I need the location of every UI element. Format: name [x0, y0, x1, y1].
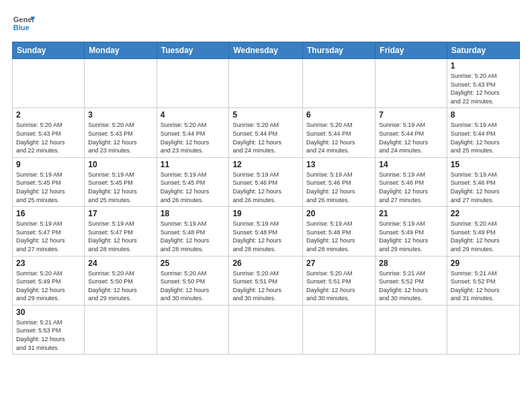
- day-number: 15: [451, 160, 516, 169]
- calendar-cell: [85, 305, 157, 354]
- calendar-cell: 29Sunrise: 5:21 AM Sunset: 5:52 PM Dayli…: [447, 256, 519, 305]
- day-info: Sunrise: 5:21 AM Sunset: 5:52 PM Dayligh…: [451, 269, 516, 303]
- svg-text:Blue: Blue: [13, 24, 30, 32]
- day-info: Sunrise: 5:19 AM Sunset: 5:45 PM Dayligh…: [161, 171, 226, 204]
- calendar-cell: 6Sunrise: 5:20 AM Sunset: 5:44 PM Daylig…: [303, 108, 375, 157]
- calendar-cell: 16Sunrise: 5:19 AM Sunset: 5:47 PM Dayli…: [13, 207, 85, 256]
- calendar-cell: 10Sunrise: 5:19 AM Sunset: 5:45 PM Dayli…: [85, 157, 157, 206]
- day-number: 21: [379, 209, 443, 218]
- calendar-week-2: 2Sunrise: 5:20 AM Sunset: 5:43 PM Daylig…: [13, 108, 520, 157]
- day-info: Sunrise: 5:19 AM Sunset: 5:47 PM Dayligh…: [16, 220, 81, 253]
- day-info: Sunrise: 5:20 AM Sunset: 5:43 PM Dayligh…: [451, 72, 516, 105]
- day-number: 22: [451, 209, 516, 218]
- day-number: 14: [379, 160, 443, 169]
- day-info: Sunrise: 5:19 AM Sunset: 5:49 PM Dayligh…: [379, 220, 443, 253]
- weekday-header-sunday: Sunday: [13, 42, 85, 59]
- day-info: Sunrise: 5:19 AM Sunset: 5:45 PM Dayligh…: [16, 171, 81, 204]
- day-number: 26: [232, 259, 299, 268]
- weekday-header-monday: Monday: [85, 42, 157, 59]
- day-number: 30: [16, 308, 81, 317]
- calendar-cell: 28Sunrise: 5:21 AM Sunset: 5:52 PM Dayli…: [375, 256, 447, 305]
- day-info: Sunrise: 5:19 AM Sunset: 5:46 PM Dayligh…: [379, 171, 443, 204]
- calendar-cell: 11Sunrise: 5:19 AM Sunset: 5:45 PM Dayli…: [157, 157, 229, 206]
- calendar-cell: 25Sunrise: 5:20 AM Sunset: 5:50 PM Dayli…: [157, 256, 229, 305]
- calendar-week-1: 1Sunrise: 5:20 AM Sunset: 5:43 PM Daylig…: [13, 59, 520, 108]
- day-number: 16: [16, 209, 81, 218]
- calendar-cell: 19Sunrise: 5:19 AM Sunset: 5:48 PM Dayli…: [229, 207, 303, 256]
- day-info: Sunrise: 5:21 AM Sunset: 5:53 PM Dayligh…: [16, 318, 81, 352]
- calendar-cell: 24Sunrise: 5:20 AM Sunset: 5:50 PM Dayli…: [85, 256, 157, 305]
- calendar-cell: 7Sunrise: 5:19 AM Sunset: 5:44 PM Daylig…: [375, 108, 447, 157]
- calendar-week-4: 16Sunrise: 5:19 AM Sunset: 5:47 PM Dayli…: [13, 207, 520, 256]
- day-info: Sunrise: 5:20 AM Sunset: 5:44 PM Dayligh…: [161, 121, 226, 154]
- calendar-cell: 9Sunrise: 5:19 AM Sunset: 5:45 PM Daylig…: [13, 157, 85, 206]
- calendar-week-3: 9Sunrise: 5:19 AM Sunset: 5:45 PM Daylig…: [13, 157, 520, 206]
- calendar-cell: [157, 305, 229, 354]
- day-info: Sunrise: 5:20 AM Sunset: 5:51 PM Dayligh…: [232, 269, 299, 303]
- calendar-cell: 1Sunrise: 5:20 AM Sunset: 5:43 PM Daylig…: [447, 59, 519, 108]
- page: General Blue SundayMondayTuesdayWednesda…: [0, 0, 532, 411]
- calendar-cell: [375, 59, 447, 108]
- day-number: 8: [451, 110, 516, 120]
- weekday-header-saturday: Saturday: [447, 42, 519, 59]
- day-number: 29: [451, 259, 516, 268]
- day-info: Sunrise: 5:19 AM Sunset: 5:48 PM Dayligh…: [306, 220, 371, 253]
- day-info: Sunrise: 5:19 AM Sunset: 5:46 PM Dayligh…: [306, 171, 371, 204]
- weekday-header-friday: Friday: [375, 42, 447, 59]
- calendar-cell: [303, 305, 375, 354]
- day-number: 18: [161, 209, 226, 218]
- calendar-cell: [85, 59, 157, 108]
- day-info: Sunrise: 5:19 AM Sunset: 5:48 PM Dayligh…: [232, 220, 299, 253]
- calendar-cell: 17Sunrise: 5:19 AM Sunset: 5:47 PM Dayli…: [85, 207, 157, 256]
- calendar-cell: [13, 59, 85, 108]
- day-number: 27: [306, 259, 371, 268]
- day-info: Sunrise: 5:20 AM Sunset: 5:44 PM Dayligh…: [306, 121, 371, 154]
- day-number: 10: [88, 160, 152, 169]
- calendar-week-5: 23Sunrise: 5:20 AM Sunset: 5:49 PM Dayli…: [13, 256, 520, 305]
- weekday-header-tuesday: Tuesday: [157, 42, 229, 59]
- day-info: Sunrise: 5:19 AM Sunset: 5:46 PM Dayligh…: [451, 171, 516, 204]
- day-number: 6: [306, 110, 371, 120]
- logo: General Blue: [12, 12, 35, 35]
- calendar-cell: 26Sunrise: 5:20 AM Sunset: 5:51 PM Dayli…: [229, 256, 303, 305]
- day-number: 28: [379, 259, 443, 268]
- day-number: 4: [161, 110, 226, 120]
- generalblue-logo-icon: General Blue: [12, 12, 35, 35]
- day-number: 9: [16, 160, 81, 169]
- day-info: Sunrise: 5:20 AM Sunset: 5:49 PM Dayligh…: [451, 220, 516, 253]
- calendar-cell: 21Sunrise: 5:19 AM Sunset: 5:49 PM Dayli…: [375, 207, 447, 256]
- calendar-cell: 12Sunrise: 5:19 AM Sunset: 5:46 PM Dayli…: [229, 157, 303, 206]
- weekday-header-thursday: Thursday: [303, 42, 375, 59]
- day-info: Sunrise: 5:20 AM Sunset: 5:50 PM Dayligh…: [88, 269, 152, 303]
- day-info: Sunrise: 5:20 AM Sunset: 5:43 PM Dayligh…: [88, 121, 152, 154]
- calendar-cell: 2Sunrise: 5:20 AM Sunset: 5:43 PM Daylig…: [13, 108, 85, 157]
- calendar-cell: 4Sunrise: 5:20 AM Sunset: 5:44 PM Daylig…: [157, 108, 229, 157]
- day-number: 2: [16, 110, 81, 120]
- day-info: Sunrise: 5:19 AM Sunset: 5:45 PM Dayligh…: [88, 171, 152, 204]
- day-info: Sunrise: 5:19 AM Sunset: 5:46 PM Dayligh…: [232, 171, 299, 204]
- day-number: 19: [232, 209, 299, 218]
- calendar-cell: 30Sunrise: 5:21 AM Sunset: 5:53 PM Dayli…: [13, 305, 85, 354]
- weekday-header-wednesday: Wednesday: [229, 42, 303, 59]
- day-info: Sunrise: 5:19 AM Sunset: 5:44 PM Dayligh…: [379, 121, 443, 154]
- day-number: 1: [451, 61, 516, 71]
- calendar-week-6: 30Sunrise: 5:21 AM Sunset: 5:53 PM Dayli…: [13, 305, 520, 354]
- day-number: 25: [161, 259, 226, 268]
- day-info: Sunrise: 5:20 AM Sunset: 5:50 PM Dayligh…: [161, 269, 226, 303]
- calendar-cell: [375, 305, 447, 354]
- calendar-cell: 20Sunrise: 5:19 AM Sunset: 5:48 PM Dayli…: [303, 207, 375, 256]
- calendar-cell: 8Sunrise: 5:19 AM Sunset: 5:44 PM Daylig…: [447, 108, 519, 157]
- calendar-cell: [447, 305, 519, 354]
- calendar-cell: 13Sunrise: 5:19 AM Sunset: 5:46 PM Dayli…: [303, 157, 375, 206]
- day-number: 13: [306, 160, 371, 169]
- day-info: Sunrise: 5:20 AM Sunset: 5:44 PM Dayligh…: [232, 121, 299, 154]
- calendar-cell: 5Sunrise: 5:20 AM Sunset: 5:44 PM Daylig…: [229, 108, 303, 157]
- day-info: Sunrise: 5:19 AM Sunset: 5:48 PM Dayligh…: [161, 220, 226, 253]
- calendar-cell: [229, 305, 303, 354]
- calendar-table: SundayMondayTuesdayWednesdayThursdayFrid…: [12, 42, 520, 355]
- day-number: 12: [232, 160, 299, 169]
- calendar-cell: 14Sunrise: 5:19 AM Sunset: 5:46 PM Dayli…: [375, 157, 447, 206]
- calendar-cell: 27Sunrise: 5:20 AM Sunset: 5:51 PM Dayli…: [303, 256, 375, 305]
- calendar-cell: 23Sunrise: 5:20 AM Sunset: 5:49 PM Dayli…: [13, 256, 85, 305]
- calendar-cell: 22Sunrise: 5:20 AM Sunset: 5:49 PM Dayli…: [447, 207, 519, 256]
